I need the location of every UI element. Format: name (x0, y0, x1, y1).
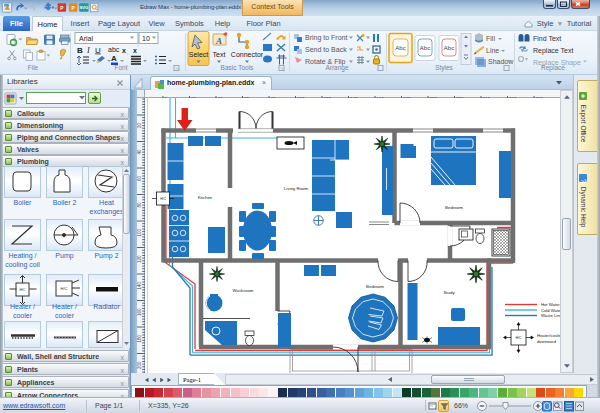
svg-text:SVG: SVG (79, 5, 89, 10)
svg-text:U: U (95, 46, 101, 55)
svg-text:120: 120 (137, 255, 142, 263)
svg-text:?: ? (580, 179, 587, 183)
svg-text:A: A (215, 36, 222, 46)
svg-text:Arial: Arial (79, 35, 93, 42)
svg-text:160: 160 (137, 308, 142, 316)
svg-text:B: B (77, 46, 83, 55)
svg-text:Bedroom: Bedroom (366, 284, 384, 289)
svg-text:Basic Tools: Basic Tools (221, 64, 255, 71)
svg-text:Line: Line (486, 47, 499, 54)
svg-text:Abc: Abc (420, 45, 430, 51)
svg-text:Bring to Front: Bring to Front (305, 34, 347, 42)
svg-text:P: P (60, 6, 63, 11)
svg-text:Shadow: Shadow (488, 58, 514, 65)
svg-text:Abc: Abc (395, 45, 405, 51)
svg-text:Abc: Abc (444, 45, 454, 51)
svg-text:Heater/cooler,: Heater/cooler, (537, 333, 560, 338)
svg-text:140: 140 (137, 282, 142, 290)
svg-text:x: x (122, 47, 126, 54)
svg-text:Cold Water: Cold Water (541, 308, 560, 313)
svg-text:H/C: H/C (19, 288, 26, 292)
svg-text:Living Room: Living Room (284, 186, 309, 191)
svg-text:Find Text: Find Text (533, 35, 561, 42)
svg-text:x: x (133, 47, 137, 54)
svg-text:100: 100 (137, 229, 142, 237)
svg-text:Arrange: Arrange (325, 64, 349, 72)
svg-text:Connector: Connector (231, 51, 264, 58)
svg-text:,: , (127, 49, 128, 55)
svg-text:downward: downward (537, 339, 557, 344)
svg-text:Replace Text: Replace Text (533, 47, 573, 55)
svg-text:Washroom: Washroom (232, 288, 253, 293)
svg-text:': ' (138, 44, 139, 50)
svg-text:20: 20 (137, 123, 142, 129)
svg-text:Hot Water: Hot Water (541, 302, 560, 307)
svg-text:Kitchen: Kitchen (198, 195, 213, 200)
svg-text:I: I (86, 46, 90, 55)
svg-text:abc: abc (108, 46, 120, 53)
svg-text:Styles: Styles (435, 64, 453, 72)
svg-text:10: 10 (142, 35, 150, 42)
svg-text:180: 180 (137, 335, 142, 343)
svg-text:Replace: Replace (541, 64, 565, 72)
svg-text:Waste Line: Waste Line (541, 313, 560, 318)
svg-text:Font: Font (114, 64, 127, 71)
svg-text:Select: Select (189, 51, 209, 58)
svg-text:Bedroom: Bedroom (445, 205, 463, 210)
svg-text:60: 60 (137, 176, 142, 182)
svg-text:A: A (111, 54, 117, 63)
svg-text:Send to Back: Send to Back (305, 46, 347, 53)
svg-text:Fill: Fill (486, 35, 495, 42)
svg-text:Text: Text (213, 51, 226, 58)
svg-text:H/C: H/C (160, 197, 166, 201)
svg-text:H/C: H/C (516, 336, 522, 340)
svg-text:200: 200 (137, 361, 142, 369)
svg-text:H/C: H/C (61, 286, 68, 291)
svg-text:File: File (28, 64, 39, 71)
svg-text:P: P (72, 6, 75, 11)
svg-text:Study: Study (443, 290, 455, 295)
svg-text:40: 40 (137, 149, 142, 155)
svg-text:80: 80 (137, 202, 142, 208)
